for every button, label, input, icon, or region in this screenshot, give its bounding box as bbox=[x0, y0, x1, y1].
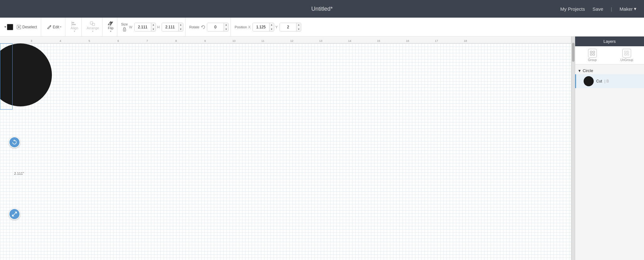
height-spin-up[interactable]: ▲ bbox=[179, 23, 183, 27]
scrollbar-vertical[interactable] bbox=[571, 37, 575, 260]
ungroup-svg-icon bbox=[624, 50, 630, 56]
layers-panel: Layers Group bbox=[575, 37, 644, 260]
ungroup-button[interactable]: UnGroup bbox=[610, 46, 644, 64]
rotate-spin-up[interactable]: ▲ bbox=[224, 23, 228, 27]
width-input-wrap: ▲ ▼ bbox=[134, 23, 156, 31]
ruler-mark: 17 bbox=[435, 39, 438, 42]
align-button[interactable]: Align ▾ bbox=[69, 20, 79, 33]
rotate-input[interactable] bbox=[207, 23, 224, 31]
layer-group-collapse-icon: ▼ bbox=[578, 69, 581, 73]
my-projects-link[interactable]: My Projects bbox=[560, 6, 585, 12]
layer-item[interactable]: Cut | B bbox=[575, 74, 644, 88]
position-label: Position bbox=[235, 25, 247, 29]
group-label: Group bbox=[588, 58, 597, 62]
size-annotation: 2.111" bbox=[13, 171, 25, 176]
color-swatch[interactable] bbox=[7, 24, 13, 30]
height-spin-down[interactable]: ▼ bbox=[179, 27, 183, 31]
flip-icon bbox=[108, 21, 114, 26]
svg-rect-17 bbox=[593, 54, 594, 55]
ruler-mark: 8 bbox=[175, 39, 177, 42]
edit-dropdown-icon: ▾ bbox=[60, 25, 61, 28]
x-input[interactable] bbox=[253, 23, 269, 31]
toolbar: ▾ Deselect Edit ▾ bbox=[0, 18, 644, 37]
svg-rect-14 bbox=[590, 51, 592, 53]
width-spin-up[interactable]: ▲ bbox=[151, 23, 156, 27]
layer-group-header[interactable]: ▼ Circle bbox=[575, 67, 644, 74]
deselect-group: ▾ Deselect bbox=[3, 18, 41, 36]
edit-icon bbox=[47, 25, 52, 30]
y-input-wrap: ▲ ▼ bbox=[280, 23, 301, 31]
document-title: Untitled* bbox=[311, 6, 333, 12]
y-spin-down[interactable]: ▼ bbox=[297, 27, 301, 31]
lock-icon[interactable] bbox=[122, 27, 127, 32]
x-spinners: ▲ ▼ bbox=[269, 23, 274, 31]
y-spinners: ▲ ▼ bbox=[296, 23, 301, 31]
layer-thumbnail bbox=[584, 76, 594, 86]
arrange-icon bbox=[90, 21, 96, 26]
deselect-icon bbox=[16, 25, 21, 30]
y-input[interactable] bbox=[280, 23, 296, 31]
arrange-button[interactable]: Arrange ▾ bbox=[86, 20, 100, 33]
ruler-mark: 16 bbox=[406, 39, 409, 42]
ruler-mark: 18 bbox=[464, 39, 467, 42]
width-spin-down[interactable]: ▼ bbox=[151, 27, 156, 31]
align-icon bbox=[71, 21, 78, 26]
canvas-area[interactable]: 3 4 5 6 7 8 9 10 11 12 13 14 15 16 17 18 bbox=[0, 37, 571, 260]
ruler-mark: 12 bbox=[290, 39, 293, 42]
h-label: H bbox=[157, 25, 160, 29]
x-spin-up[interactable]: ▲ bbox=[269, 23, 274, 27]
y-spin-up[interactable]: ▲ bbox=[297, 23, 301, 27]
svg-rect-18 bbox=[625, 51, 626, 53]
maker-label: Maker bbox=[619, 6, 633, 12]
top-nav: My Projects Save | Maker ▾ bbox=[560, 6, 636, 12]
scale-handle[interactable] bbox=[9, 208, 20, 220]
svg-rect-20 bbox=[625, 54, 626, 55]
group-svg-icon bbox=[590, 50, 595, 56]
svg-rect-15 bbox=[593, 51, 594, 53]
dropdown-arrow-icon[interactable]: ▾ bbox=[4, 25, 6, 29]
ruler-mark: 7 bbox=[146, 39, 148, 42]
svg-rect-3 bbox=[72, 22, 74, 23]
svg-point-12 bbox=[124, 30, 125, 30]
edit-button[interactable]: Edit ▾ bbox=[45, 23, 64, 31]
rotate-handle-icon bbox=[11, 139, 18, 145]
flip-group: Flip ▾ bbox=[104, 18, 117, 36]
scrollbar-thumb[interactable] bbox=[572, 43, 575, 62]
ruler-mark: 6 bbox=[117, 39, 119, 42]
layer-info: Cut | B bbox=[596, 79, 640, 83]
save-button[interactable]: Save bbox=[592, 6, 603, 12]
ruler-mark: 3 bbox=[31, 39, 32, 42]
x-spin-down[interactable]: ▼ bbox=[269, 27, 274, 31]
svg-rect-4 bbox=[72, 24, 76, 25]
rotate-icon bbox=[201, 25, 206, 30]
maker-dropdown[interactable]: Maker ▾ bbox=[619, 6, 636, 12]
svg-rect-16 bbox=[590, 54, 592, 55]
height-input-wrap: ▲ ▼ bbox=[162, 23, 183, 31]
rotate-handle[interactable] bbox=[9, 137, 20, 148]
ruler-mark: 15 bbox=[377, 39, 380, 42]
layer-name: Cut | B bbox=[596, 79, 640, 83]
flip-chevron-icon: ▾ bbox=[110, 30, 111, 33]
canvas-grid[interactable] bbox=[0, 43, 571, 260]
edit-label: Edit bbox=[53, 25, 59, 29]
rotate-spin-down[interactable]: ▼ bbox=[224, 27, 228, 31]
size-label: Size bbox=[121, 22, 128, 26]
deselect-button[interactable]: Deselect bbox=[14, 23, 39, 31]
ungroup-label: UnGroup bbox=[620, 58, 633, 62]
ruler-mark: 10 bbox=[232, 39, 236, 42]
layers-actions: Group UnGroup bbox=[575, 46, 644, 65]
height-spinners: ▲ ▼ bbox=[178, 23, 183, 31]
ruler-mark: 9 bbox=[204, 39, 206, 42]
title-bar: Untitled* My Projects Save | Maker ▾ bbox=[0, 0, 644, 18]
rotate-label: Rotate bbox=[189, 25, 199, 29]
deselect-label: Deselect bbox=[22, 25, 37, 29]
flip-button[interactable]: Flip ▾ bbox=[106, 20, 115, 33]
svg-rect-19 bbox=[627, 51, 629, 53]
svg-marker-8 bbox=[108, 22, 110, 25]
width-input[interactable] bbox=[135, 23, 151, 31]
height-input[interactable] bbox=[162, 23, 178, 31]
arrange-label: Arrange bbox=[87, 26, 99, 30]
layer-type-label: | B bbox=[604, 79, 609, 83]
ruler-horizontal: 3 4 5 6 7 8 9 10 11 12 13 14 15 16 17 18 bbox=[0, 37, 571, 43]
group-button[interactable]: Group bbox=[575, 46, 610, 64]
